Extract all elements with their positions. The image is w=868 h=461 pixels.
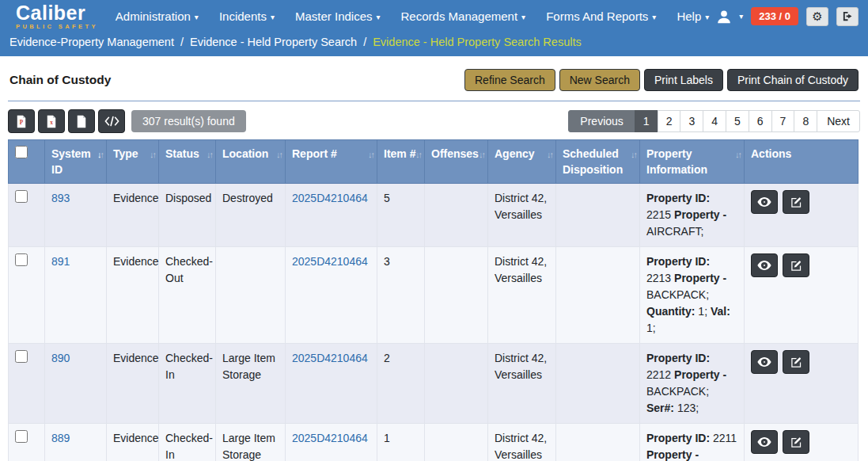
column-header-type[interactable]: Type↓↑: [107, 140, 159, 184]
page-button-4[interactable]: 4: [703, 110, 726, 132]
nav-item-records-management[interactable]: Records Management▾: [401, 10, 526, 23]
user-menu[interactable]: ▾: [715, 8, 743, 25]
refine-search-button[interactable]: Refine Search: [464, 69, 555, 91]
sort-icons: ↓↑: [97, 147, 103, 162]
app-window: Caliber PUBLIC SAFETY Administration▾Inc…: [0, 0, 868, 461]
cell-scheduled-disposition: [556, 184, 640, 247]
report-number-link[interactable]: 2025D4210464: [292, 352, 368, 364]
sort-asc-icon[interactable]: ↑: [153, 150, 156, 159]
cell-item: 5: [377, 184, 425, 247]
nav-item-forms-and-reports[interactable]: Forms And Reports▾: [546, 10, 656, 23]
page-button-7[interactable]: 7: [771, 110, 795, 132]
sort-icons: ↓↑: [207, 147, 212, 162]
sort-asc-icon[interactable]: ↑: [279, 150, 282, 159]
column-header-agency[interactable]: Agency↓↑: [488, 140, 556, 184]
nav-item-master-indices[interactable]: Master Indices▾: [295, 10, 381, 23]
report-number-link[interactable]: 2025D4210464: [292, 255, 368, 268]
page-button-1[interactable]: 1: [635, 110, 658, 132]
page-button-2[interactable]: 2: [658, 110, 681, 132]
system-id-link[interactable]: 891: [51, 255, 70, 268]
breadcrumb-item[interactable]: Evidence-Property Management: [9, 36, 174, 48]
cell-report: 2025D4210464: [286, 344, 377, 424]
sort-asc-icon[interactable]: ↑: [550, 150, 553, 159]
column-header-report[interactable]: Report #↓↑: [286, 140, 377, 184]
cell-offenses: [425, 184, 488, 247]
sort-asc-icon[interactable]: ↑: [482, 150, 485, 159]
brand-logo[interactable]: Caliber PUBLIC SAFETY: [16, 3, 98, 30]
column-header-system-id[interactable]: System ID↓↑: [45, 140, 107, 184]
sort-asc-icon[interactable]: ↑: [210, 150, 213, 159]
print-labels-button[interactable]: Print Labels: [644, 69, 723, 91]
breadcrumb-item[interactable]: Evidence - Held Property Search: [190, 36, 357, 48]
settings-button[interactable]: ⚙: [806, 7, 828, 26]
table-header-row: System ID↓↑Type↓↑Status↓↑Location↓↑Repor…: [9, 140, 859, 184]
column-header-scheduled-disposition[interactable]: Scheduled Disposition↓↑: [556, 140, 640, 184]
page-button-6[interactable]: 6: [749, 110, 772, 132]
nav-item-help[interactable]: Help▾: [677, 10, 709, 23]
nav-item-administration[interactable]: Administration▾: [116, 10, 199, 23]
export-excel-button[interactable]: x: [38, 109, 65, 133]
report-number-link[interactable]: 2025D4210464: [292, 432, 368, 444]
cell-actions: [745, 344, 859, 424]
row-checkbox[interactable]: [15, 190, 28, 203]
sort-asc-icon[interactable]: ↑: [634, 150, 637, 159]
view-button[interactable]: [751, 190, 778, 214]
column-header-item[interactable]: Item #↓↑: [377, 140, 425, 184]
print-chain-of-custody-button[interactable]: Print Chain of Custody: [727, 69, 859, 91]
cell-select: [9, 247, 45, 344]
notification-badge[interactable]: 233 / 0: [751, 7, 798, 25]
column-header-offenses[interactable]: Offenses↓↑: [425, 140, 488, 184]
view-button[interactable]: [751, 350, 778, 374]
next-page-button[interactable]: Next: [817, 110, 860, 132]
view-button[interactable]: [751, 253, 778, 277]
system-id-link[interactable]: 890: [51, 352, 70, 364]
sort-asc-icon[interactable]: ↑: [419, 150, 422, 159]
edit-button[interactable]: [783, 430, 809, 454]
report-number-link[interactable]: 2025D4210464: [292, 192, 368, 204]
sort-asc-icon[interactable]: ↑: [738, 150, 741, 159]
system-id-link[interactable]: 893: [51, 192, 70, 204]
chevron-down-icon: ▾: [377, 13, 381, 21]
select-all-checkbox[interactable]: [15, 146, 28, 158]
row-checkbox[interactable]: [15, 430, 28, 443]
page-button-5[interactable]: 5: [726, 110, 749, 132]
edit-button[interactable]: [783, 350, 809, 374]
sort-asc-icon[interactable]: ↑: [371, 150, 374, 159]
row-checkbox[interactable]: [15, 253, 28, 266]
main-content: Chain of Custody Refine SearchNew Search…: [0, 56, 868, 461]
row-checkbox[interactable]: [15, 350, 28, 363]
cell-location: Destroyed: [216, 184, 286, 247]
column-header-status[interactable]: Status↓↑: [159, 140, 216, 184]
sort-icons: ↓↑: [276, 147, 282, 162]
column-label: Location: [222, 147, 268, 160]
column-header-property-information[interactable]: Property Information↓↑: [640, 140, 745, 184]
nav-item-incidents[interactable]: Incidents▾: [219, 10, 275, 23]
file-pdf-icon: P: [15, 115, 28, 128]
file-excel-icon: x: [45, 115, 58, 128]
cell-offenses: [425, 247, 488, 344]
column-header-location[interactable]: Location↓↑: [216, 140, 286, 184]
export-file-button[interactable]: [68, 109, 95, 133]
cell-item: 2: [377, 344, 425, 424]
edit-button[interactable]: [783, 253, 809, 277]
edit-button[interactable]: [783, 190, 809, 214]
column-label: Actions: [751, 147, 791, 160]
sort-asc-icon[interactable]: ↑: [100, 150, 104, 159]
chevron-down-icon: ▾: [195, 13, 199, 21]
previous-page-button[interactable]: Previous: [568, 110, 635, 132]
page-button-8[interactable]: 8: [794, 110, 817, 132]
export-code-button[interactable]: [98, 109, 125, 133]
logout-button[interactable]: [836, 7, 859, 26]
export-pdf-button[interactable]: P: [8, 109, 35, 133]
sort-icons: ↓↑: [479, 147, 484, 162]
breadcrumb-current: Evidence - Held Property Search Results: [373, 36, 582, 48]
page-button-3[interactable]: 3: [680, 110, 703, 132]
view-button[interactable]: [751, 430, 778, 454]
new-search-button[interactable]: New Search: [559, 69, 640, 91]
cell-item: 3: [377, 247, 425, 344]
cell-system-id: 893: [45, 184, 107, 247]
cell-type: Evidence: [107, 424, 159, 461]
nav-item-label: Master Indices: [295, 10, 373, 23]
system-id-link[interactable]: 889: [51, 432, 70, 444]
cell-agency: District 42, Versailles: [488, 184, 556, 247]
